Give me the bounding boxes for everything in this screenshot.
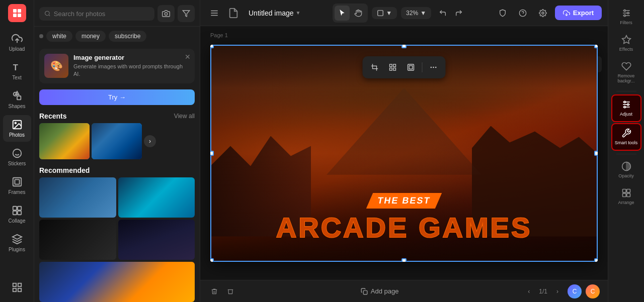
- zoom-control[interactable]: 32% ▼: [401, 7, 431, 19]
- svg-point-24: [45, 11, 50, 16]
- sidebar-item-photos[interactable]: Photos: [3, 115, 31, 142]
- right-tool-smart-tools[interactable]: Smart tools: [611, 123, 641, 151]
- svg-rect-39: [393, 68, 396, 70]
- svg-rect-16: [13, 207, 16, 210]
- svg-rect-17: [17, 207, 21, 210]
- next-page-button[interactable]: ›: [551, 285, 564, 297]
- photo-cell-2[interactable]: [118, 177, 195, 218]
- page-count: 1/1: [539, 288, 547, 295]
- search-input[interactable]: [54, 10, 149, 18]
- sidebar-item-collage[interactable]: Collage: [3, 201, 31, 228]
- svg-rect-37: [393, 64, 396, 67]
- view-all-button[interactable]: View all: [174, 113, 195, 120]
- photo-cell-1[interactable]: [39, 177, 116, 218]
- photo-cell-3[interactable]: [39, 220, 116, 260]
- share-avatar-1[interactable]: C: [568, 284, 582, 298]
- search-input-wrap[interactable]: [39, 7, 154, 21]
- svg-rect-38: [390, 68, 392, 70]
- prev-page-button[interactable]: ‹: [523, 285, 535, 297]
- shield-icon-button[interactable]: [495, 5, 511, 21]
- sidebar-item-stickers[interactable]: Stickers: [3, 144, 31, 170]
- doc-title[interactable]: Untitled image ▼: [245, 7, 304, 19]
- delete-page-button[interactable]: [208, 285, 220, 297]
- svg-rect-73: [626, 193, 630, 196]
- the-best-text: THE BEST: [366, 193, 442, 209]
- svg-rect-3: [18, 14, 21, 17]
- canvas-tool-frame[interactable]: [403, 59, 419, 75]
- bottom-center: Add page: [357, 285, 403, 297]
- svg-rect-23: [18, 288, 21, 291]
- recent-thumb-food[interactable]: [39, 123, 90, 159]
- ai-try-button[interactable]: Try →: [39, 89, 195, 105]
- trash-page-button[interactable]: [224, 285, 236, 297]
- export-button[interactable]: Export: [555, 6, 602, 20]
- panel-scroll: Recents View all › Recommended: [34, 109, 200, 302]
- sidebar-item-shapes[interactable]: Shapes: [3, 86, 31, 113]
- arrange-label: Arrange: [618, 200, 634, 206]
- share-avatar-2[interactable]: C: [586, 284, 600, 298]
- right-divider-2: [616, 154, 636, 154]
- adjust-label: Adjust: [620, 112, 632, 117]
- sidebar-item-upload[interactable]: Upload: [3, 29, 31, 56]
- canvas-tool-more[interactable]: [426, 59, 442, 75]
- svg-point-66: [624, 107, 625, 108]
- canvas-tool-grid[interactable]: [385, 59, 401, 75]
- right-tool-filters[interactable]: Filters: [611, 4, 641, 30]
- sidebar-item-text[interactable]: T Text: [3, 58, 31, 84]
- recent-thumb-aerial[interactable]: [92, 123, 142, 159]
- recommended-section-header: Recommended: [34, 163, 200, 177]
- ai-banner-text: Image generator Generate images with wor…: [73, 54, 190, 78]
- ai-banner: 🎨 Image generator Generate images with w…: [39, 49, 195, 83]
- sidebar-item-more[interactable]: [3, 278, 31, 297]
- right-tool-opacity[interactable]: Opacity: [611, 157, 641, 183]
- filters-label: Filters: [620, 20, 632, 26]
- undo-button[interactable]: [435, 6, 450, 21]
- right-tool-arrange[interactable]: Arrange: [611, 184, 641, 210]
- svg-rect-70: [622, 189, 626, 192]
- photos-panel: white money subscribe 🎨 Image generator …: [34, 0, 200, 302]
- svg-point-63: [627, 104, 628, 106]
- doc-icon: [226, 6, 240, 20]
- tag-subscribe[interactable]: subscribe: [109, 31, 146, 42]
- arcade-games-text: ARCADE GAMES: [230, 214, 579, 242]
- menu-button[interactable]: [206, 5, 222, 21]
- settings-icon-button[interactable]: [535, 5, 551, 21]
- banner-top: THE BEST: [230, 193, 579, 211]
- recents-section-header: Recents View all: [34, 109, 200, 123]
- svg-marker-59: [622, 35, 630, 43]
- right-tool-effects[interactable]: Effects: [611, 31, 641, 56]
- ai-banner-image: 🎨: [44, 54, 68, 78]
- svg-point-33: [542, 12, 544, 14]
- help-icon-button[interactable]: [515, 5, 531, 21]
- camera-search-button[interactable]: [157, 5, 175, 22]
- photo-cell-5[interactable]: [39, 262, 195, 302]
- svg-rect-18: [13, 211, 16, 215]
- tag-money[interactable]: money: [75, 31, 106, 42]
- right-tool-remove-bg[interactable]: Remove backgr...: [611, 57, 641, 88]
- left-sidebar: Upload T Text Shapes Photos Stickers Fra…: [0, 0, 34, 302]
- svg-rect-2: [13, 14, 17, 17]
- filter-button[interactable]: [178, 5, 195, 22]
- add-page-label: Add page: [371, 287, 399, 295]
- tag-white[interactable]: white: [46, 31, 72, 42]
- resize-button[interactable]: ▼: [372, 7, 397, 19]
- pointer-tool-button[interactable]: [335, 6, 350, 21]
- redo-button[interactable]: [451, 6, 466, 21]
- canvas-tool-crop[interactable]: [367, 59, 383, 75]
- hand-tool-button[interactable]: [351, 6, 366, 21]
- photo-cell-4[interactable]: [118, 220, 195, 260]
- add-page-button[interactable]: Add page: [357, 285, 403, 297]
- right-tool-adjust[interactable]: Adjust: [611, 94, 641, 122]
- svg-rect-19: [17, 211, 21, 215]
- svg-rect-71: [626, 189, 630, 192]
- svg-point-50: [624, 10, 625, 11]
- sidebar-item-frames[interactable]: Frames: [3, 172, 31, 199]
- search-bar: [34, 0, 200, 27]
- logo-button[interactable]: [8, 4, 26, 22]
- doc-title-chevron: ▼: [296, 10, 301, 16]
- svg-rect-22: [13, 288, 16, 291]
- carousel-next-button[interactable]: ›: [144, 135, 156, 147]
- svg-point-43: [433, 67, 434, 68]
- ai-banner-close-button[interactable]: ✕: [185, 53, 191, 61]
- sidebar-item-plugins[interactable]: Plugins: [3, 230, 31, 256]
